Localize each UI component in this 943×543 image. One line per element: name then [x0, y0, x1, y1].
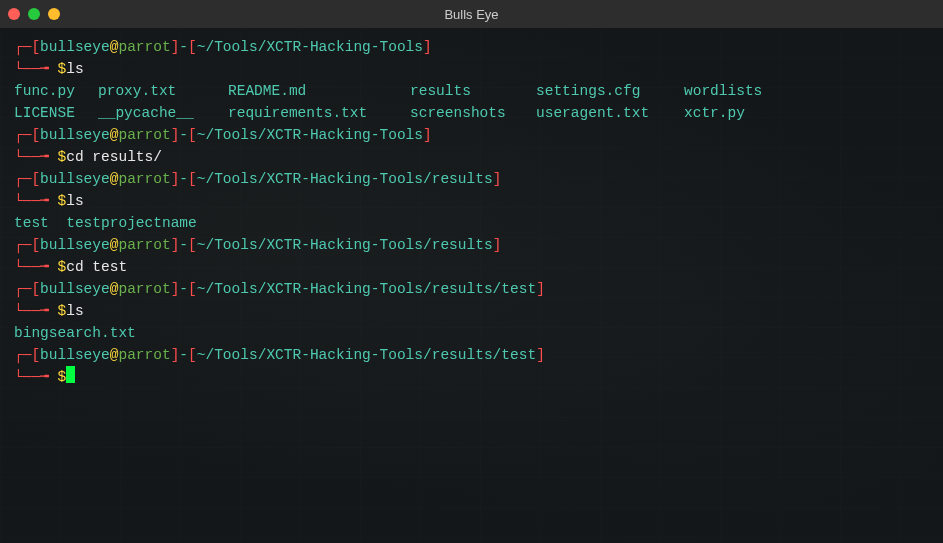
cursor-icon	[66, 366, 75, 383]
dollar-sign: $	[58, 303, 67, 319]
dir-item: testprojectname	[66, 215, 197, 231]
prompt-line: ┌─[bullseye@parrot]-[~/Tools/XCTR-Hackin…	[14, 344, 929, 366]
file-item: README.md	[228, 80, 410, 102]
bracket-open: [	[188, 171, 197, 187]
dollar-sign: $	[58, 259, 67, 275]
bracket-close: ]	[423, 39, 432, 55]
file-item: settings.cfg	[536, 80, 684, 102]
prompt-arrow: └──╼	[14, 303, 58, 319]
prompt-line: ┌─[bullseye@parrot]-[~/Tools/XCTR-Hackin…	[14, 168, 929, 190]
dollar-sign: $	[58, 369, 67, 385]
command-text: cd test	[66, 259, 127, 275]
file-item: proxy.txt	[98, 80, 228, 102]
prompt-user: bullseye	[40, 281, 110, 297]
terminal-body[interactable]: ┌─[bullseye@parrot]-[~/Tools/XCTR-Hackin…	[0, 28, 943, 543]
prompt-path: ~/Tools/XCTR-Hacking-Tools	[197, 39, 423, 55]
prompt-path: ~/Tools/XCTR-Hacking-Tools/results	[197, 237, 493, 253]
minimize-icon[interactable]	[28, 8, 40, 20]
bracket-open: [	[188, 127, 197, 143]
bracket-close: ]	[536, 347, 545, 363]
dir-item: __pycache__	[98, 102, 228, 124]
prompt-user: bullseye	[40, 237, 110, 253]
bracket-close: ]	[423, 127, 432, 143]
prompt-corner: ┌─	[14, 281, 31, 297]
bracket-open: [	[31, 281, 40, 297]
terminal-window: Bulls Eye ┌─[bullseye@parrot]-[~/Tools/X…	[0, 0, 943, 543]
prompt-dash: -	[179, 237, 188, 253]
prompt-user: bullseye	[40, 347, 110, 363]
file-item: useragent.txt	[536, 102, 684, 124]
dir-item: results	[410, 80, 536, 102]
prompt-dash: -	[179, 39, 188, 55]
command-line: └──╼ $ls	[14, 190, 929, 212]
command-line-active[interactable]: └──╼ $	[14, 366, 929, 388]
prompt-host: parrot	[118, 127, 170, 143]
titlebar: Bulls Eye	[0, 0, 943, 28]
prompt-corner: ┌─	[14, 127, 31, 143]
window-title: Bulls Eye	[444, 7, 498, 22]
command-line: └──╼ $cd test	[14, 256, 929, 278]
prompt-line: ┌─[bullseye@parrot]-[~/Tools/XCTR-Hackin…	[14, 36, 929, 58]
prompt-host: parrot	[118, 237, 170, 253]
bracket-open: [	[31, 39, 40, 55]
bracket-open: [	[31, 347, 40, 363]
prompt-user: bullseye	[40, 171, 110, 187]
prompt-dash: -	[179, 171, 188, 187]
dir-item: test	[14, 215, 49, 231]
file-item: requirements.txt	[228, 102, 410, 124]
prompt-corner: ┌─	[14, 171, 31, 187]
prompt-arrow: └──╼	[14, 369, 58, 385]
ls-output-row: bingsearch.txt	[14, 322, 929, 344]
command-text: ls	[66, 193, 83, 209]
bracket-open: [	[188, 39, 197, 55]
prompt-line: ┌─[bullseye@parrot]-[~/Tools/XCTR-Hackin…	[14, 124, 929, 146]
command-text: ls	[66, 61, 83, 77]
command-text: ls	[66, 303, 83, 319]
prompt-host: parrot	[118, 281, 170, 297]
prompt-corner: ┌─	[14, 237, 31, 253]
prompt-user: bullseye	[40, 127, 110, 143]
prompt-arrow: └──╼	[14, 149, 58, 165]
close-icon[interactable]	[8, 8, 20, 20]
command-line: └──╼ $ls	[14, 300, 929, 322]
prompt-host: parrot	[118, 39, 170, 55]
prompt-user: bullseye	[40, 39, 110, 55]
prompt-path: ~/Tools/XCTR-Hacking-Tools/results/test	[197, 281, 536, 297]
bracket-close: ]	[536, 281, 545, 297]
ls-output-row: LICENSE__pycache__requirements.txtscreen…	[14, 102, 929, 124]
prompt-arrow: └──╼	[14, 193, 58, 209]
file-item: LICENSE	[14, 102, 98, 124]
bracket-open: [	[188, 347, 197, 363]
bracket-open: [	[188, 281, 197, 297]
bracket-open: [	[188, 237, 197, 253]
bracket-open: [	[31, 237, 40, 253]
dir-item: wordlists	[684, 83, 762, 99]
dollar-sign: $	[58, 149, 67, 165]
prompt-path: ~/Tools/XCTR-Hacking-Tools/results/test	[197, 347, 536, 363]
file-item: bingsearch.txt	[14, 325, 136, 341]
maximize-icon[interactable]	[48, 8, 60, 20]
prompt-path: ~/Tools/XCTR-Hacking-Tools/results	[197, 171, 493, 187]
bracket-open: [	[31, 127, 40, 143]
prompt-path: ~/Tools/XCTR-Hacking-Tools	[197, 127, 423, 143]
command-line: └──╼ $ls	[14, 58, 929, 80]
command-text: cd results/	[66, 149, 162, 165]
prompt-host: parrot	[118, 171, 170, 187]
bracket-open: [	[31, 171, 40, 187]
prompt-corner: ┌─	[14, 347, 31, 363]
bracket-close: ]	[493, 171, 502, 187]
prompt-line: ┌─[bullseye@parrot]-[~/Tools/XCTR-Hackin…	[14, 234, 929, 256]
prompt-line: ┌─[bullseye@parrot]-[~/Tools/XCTR-Hackin…	[14, 278, 929, 300]
dollar-sign: $	[58, 193, 67, 209]
prompt-arrow: └──╼	[14, 61, 58, 77]
dir-item: screenshots	[410, 102, 536, 124]
ls-output-row: func.pyproxy.txtREADME.mdresultssettings…	[14, 80, 929, 102]
command-line: └──╼ $cd results/	[14, 146, 929, 168]
prompt-corner: ┌─	[14, 39, 31, 55]
prompt-dash: -	[179, 281, 188, 297]
ls-output-row: test testprojectname	[14, 212, 929, 234]
prompt-dash: -	[179, 127, 188, 143]
file-item: func.py	[14, 80, 98, 102]
window-controls	[8, 8, 60, 20]
bracket-close: ]	[493, 237, 502, 253]
